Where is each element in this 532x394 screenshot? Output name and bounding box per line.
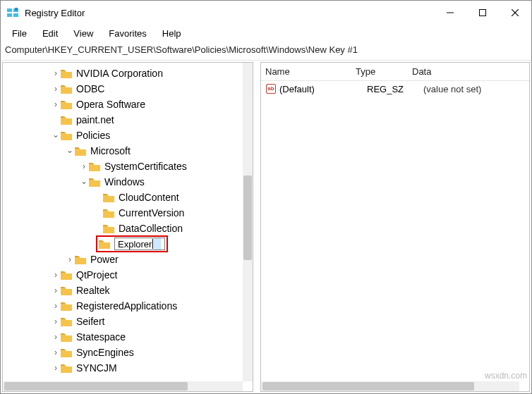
tree-node-currentversion[interactable]: CurrentVersion — [3, 205, 243, 221]
folder-icon — [75, 146, 86, 156]
chevron-right-icon[interactable]: › — [51, 270, 61, 280]
value-data: (value not set) — [423, 84, 529, 94]
svg-rect-6 — [480, 10, 486, 16]
tree-node-policies[interactable]: ⌄Policies — [3, 128, 243, 143]
values-pane: Name Type Data ab (Default) REG_SZ (valu… — [260, 62, 530, 392]
chevron-right-icon[interactable]: › — [51, 332, 61, 342]
text-caret — [152, 239, 153, 249]
chevron-right-icon[interactable]: › — [51, 347, 61, 357]
tree-node-syncjm[interactable]: ›SYNCJM — [3, 360, 243, 376]
folder-icon — [99, 239, 110, 249]
tree-pane: ›NVIDIA Corporation ›ODBC ›Opera Softwar… — [2, 62, 253, 392]
scrollbar-thumb[interactable] — [4, 382, 188, 390]
chevron-right-icon[interactable]: › — [51, 285, 61, 295]
folder-icon — [61, 363, 72, 373]
folder-icon — [61, 347, 72, 357]
svg-rect-0 — [7, 8, 12, 12]
tree-node-statespace[interactable]: ›Statespace — [3, 329, 243, 345]
minimize-button[interactable] — [434, 1, 466, 25]
menubar: File Edit View Favorites Help — [1, 25, 531, 42]
tree-node-paintnet[interactable]: paint.net — [3, 112, 243, 128]
folder-icon — [89, 161, 100, 171]
chevron-right-icon[interactable]: › — [51, 68, 61, 78]
chevron-right-icon[interactable]: › — [51, 99, 61, 109]
values-horizontal-scrollbar[interactable] — [261, 381, 519, 391]
content-area: ›NVIDIA Corporation ›ODBC ›Opera Softwar… — [1, 60, 531, 393]
titlebar: Registry Editor — [1, 1, 531, 25]
chevron-down-icon[interactable]: ⌄ — [65, 145, 75, 155]
folder-icon — [61, 84, 72, 94]
value-row[interactable]: ab (Default) REG_SZ (value not set) — [261, 81, 529, 97]
tree-node-power[interactable]: ›Power — [3, 252, 243, 267]
tree-node-opera[interactable]: ›Opera Software — [3, 97, 243, 112]
folder-icon — [103, 208, 114, 218]
tree-node-cloudcontent[interactable]: CloudContent — [3, 190, 243, 205]
chevron-right-icon[interactable]: › — [79, 161, 89, 171]
window-controls — [434, 1, 531, 25]
scrollbar-thumb[interactable] — [262, 382, 474, 390]
tree-node-regapps[interactable]: ›RegisteredApplications — [3, 298, 243, 314]
menu-file[interactable]: File — [5, 27, 34, 40]
folder-icon — [61, 332, 72, 342]
folder-icon — [61, 68, 72, 78]
rename-input[interactable]: Explorer — [114, 238, 165, 250]
menu-edit[interactable]: Edit — [35, 27, 65, 40]
folder-icon — [61, 99, 72, 109]
menu-help[interactable]: Help — [155, 27, 188, 40]
column-header-type[interactable]: Type — [356, 66, 412, 77]
tree-node-datacollection[interactable]: DataCollection — [3, 221, 243, 236]
tree-node-odbc[interactable]: ›ODBC — [3, 81, 243, 97]
address-bar[interactable]: Computer\HKEY_CURRENT_USER\Software\Poli… — [1, 42, 531, 60]
folder-icon — [61, 130, 72, 140]
tree-node-nvidia[interactable]: ›NVIDIA Corporation — [3, 66, 243, 81]
tree-node-windows[interactable]: ⌄Windows — [3, 174, 243, 190]
tree-node-seifert[interactable]: ›Seifert — [3, 314, 243, 329]
tree-node-realtek[interactable]: ›Realtek — [3, 283, 243, 298]
pane-splitter[interactable] — [255, 61, 259, 393]
rename-highlight: Explorer — [96, 235, 168, 252]
chevron-right-icon[interactable]: › — [51, 363, 61, 373]
tree-horizontal-scrollbar[interactable] — [3, 381, 243, 391]
registry-editor-window: Registry Editor File Edit View Favorites… — [0, 0, 532, 394]
tree-node-qtproject[interactable]: ›QtProject — [3, 267, 243, 283]
svg-point-4 — [15, 8, 18, 11]
scrollbar-thumb[interactable] — [243, 176, 252, 260]
folder-icon — [61, 115, 72, 125]
tree-node-newkey[interactable]: Explorer — [3, 236, 243, 252]
maximize-button[interactable] — [466, 1, 499, 25]
folder-icon — [75, 254, 86, 264]
window-title: Registry Editor — [25, 8, 434, 18]
value-name: (Default) — [279, 84, 367, 94]
close-button[interactable] — [499, 1, 531, 25]
column-header-data[interactable]: Data — [412, 66, 529, 77]
folder-icon — [61, 285, 72, 295]
chevron-down-icon[interactable]: ⌄ — [51, 130, 61, 140]
folder-icon — [103, 223, 114, 233]
registry-tree[interactable]: ›NVIDIA Corporation ›ODBC ›Opera Softwar… — [3, 63, 243, 381]
chevron-down-icon[interactable]: ⌄ — [79, 176, 89, 186]
selection-tail — [154, 238, 161, 250]
tree-vertical-scrollbar[interactable] — [243, 63, 253, 381]
column-header-name[interactable]: Name — [265, 66, 356, 77]
folder-icon — [103, 192, 114, 202]
chevron-right-icon[interactable]: › — [65, 254, 75, 264]
tree-node-syncengines[interactable]: ›SyncEngines — [3, 345, 243, 360]
folder-icon — [61, 316, 72, 326]
svg-rect-2 — [7, 13, 12, 17]
folder-icon — [61, 270, 72, 280]
regedit-icon — [6, 6, 19, 19]
svg-rect-3 — [13, 13, 18, 17]
tree-node-systemcerts[interactable]: ›SystemCertificates — [3, 159, 243, 174]
value-type: REG_SZ — [367, 84, 423, 94]
chevron-right-icon[interactable]: › — [51, 316, 61, 326]
column-headers[interactable]: Name Type Data — [261, 63, 529, 81]
menu-favorites[interactable]: Favorites — [102, 27, 153, 40]
string-value-icon: ab — [265, 83, 277, 94]
folder-icon — [61, 301, 72, 311]
chevron-right-icon[interactable]: › — [51, 84, 61, 94]
folder-icon — [89, 177, 100, 187]
tree-node-microsoft[interactable]: ⌄Microsoft — [3, 143, 243, 159]
menu-view[interactable]: View — [66, 27, 100, 40]
chevron-right-icon[interactable]: › — [51, 301, 61, 311]
